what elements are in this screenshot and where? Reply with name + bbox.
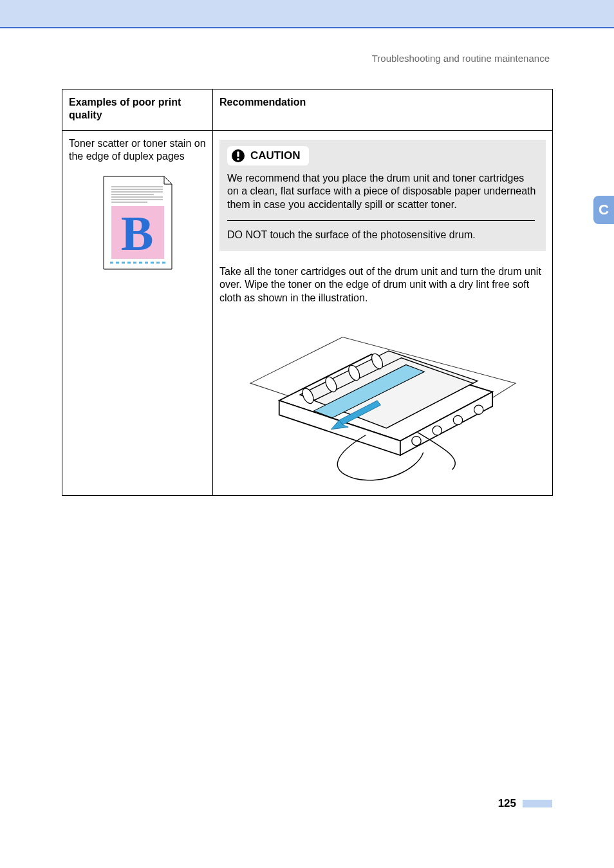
svg-point-27 bbox=[474, 405, 483, 414]
main-content: Examples of poor print quality Recommend… bbox=[62, 89, 552, 496]
svg-point-12 bbox=[237, 158, 239, 160]
drum-illustration bbox=[219, 314, 546, 487]
caution-para-1: We recommend that you place the drum uni… bbox=[227, 172, 538, 211]
instruction-text: Take all the toner cartridges out of the… bbox=[219, 265, 546, 305]
caution-para-2: DO NOT touch the surface of the photosen… bbox=[227, 229, 538, 241]
svg-point-25 bbox=[433, 426, 442, 435]
page-number: 125 bbox=[498, 797, 516, 810]
footer-accent-bar bbox=[523, 800, 552, 807]
section-header: Troubleshooting and routine maintenance bbox=[372, 53, 550, 64]
warning-icon bbox=[231, 149, 245, 163]
col-header-problem: Examples of poor print quality bbox=[62, 90, 213, 131]
problem-description: Toner scatter or toner stain on the edge… bbox=[69, 137, 206, 164]
cell-recommendation: CAUTION We recommend that you place the … bbox=[213, 130, 553, 495]
caution-panel: CAUTION We recommend that you place the … bbox=[219, 140, 546, 251]
cell-problem: Toner scatter or toner stain on the edge… bbox=[62, 130, 213, 495]
svg-point-26 bbox=[453, 416, 462, 425]
svg-point-24 bbox=[411, 437, 420, 446]
caution-title: CAUTION bbox=[250, 149, 300, 163]
page-footer: 125 bbox=[498, 797, 552, 810]
separator bbox=[227, 220, 535, 221]
svg-rect-11 bbox=[237, 151, 239, 157]
sample-print-illustration: B bbox=[102, 175, 173, 270]
top-blue-band bbox=[0, 0, 614, 28]
troubleshoot-table: Examples of poor print quality Recommend… bbox=[62, 89, 553, 496]
col-header-recommendation: Recommendation bbox=[213, 90, 553, 131]
table-row: Toner scatter or toner stain on the edge… bbox=[62, 130, 553, 495]
section-tab: C bbox=[593, 196, 614, 224]
sample-letter: B bbox=[120, 206, 153, 260]
